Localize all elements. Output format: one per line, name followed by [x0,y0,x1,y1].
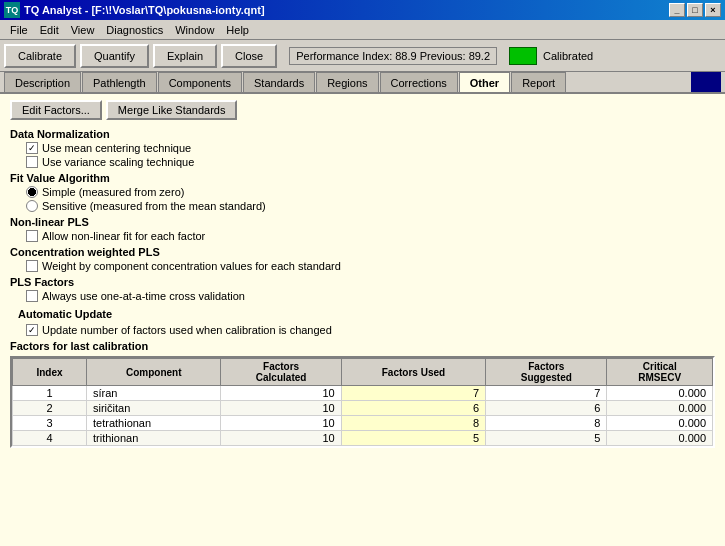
cell-component: siričitan [87,401,221,416]
tab-other[interactable]: Other [459,72,510,92]
col-header-rmsecv: CriticalRMSECV [607,359,713,386]
calibrate-button[interactable]: Calibrate [4,44,76,68]
edit-factors-button[interactable]: Edit Factors... [10,100,102,120]
menu-item-diagnostics[interactable]: Diagnostics [100,22,169,38]
tab-regions[interactable]: Regions [316,72,378,92]
table-row[interactable]: 2 siričitan 10 6 6 0.000 [13,401,713,416]
cell-suggested: 7 [486,386,607,401]
quantify-button[interactable]: Quantify [80,44,149,68]
menu-item-window[interactable]: Window [169,22,220,38]
cell-component: trithionan [87,431,221,446]
cell-suggested: 5 [486,431,607,446]
simple-label: Simple (measured from zero) [42,186,184,198]
one-at-a-time-row[interactable]: Always use one-at-a-time cross validatio… [26,290,715,302]
use-variance-scaling-row[interactable]: Use variance scaling technique [26,156,715,168]
tab-report[interactable]: Report [511,72,566,92]
title-bar: TQ TQ Analyst - [F:\!Voslar\TQ\pokusna-i… [0,0,725,20]
factors-last-calibration-label: Factors for last calibration [10,340,715,352]
cell-suggested: 6 [486,401,607,416]
top-buttons: Edit Factors... Merge Like Standards [10,100,715,120]
col-header-index: Index [13,359,87,386]
weight-concentration-label: Weight by component concentration values… [42,260,341,272]
automatic-update-title: Automatic Update [18,308,112,320]
tab-last [691,72,721,92]
weight-concentration-checkbox[interactable] [26,260,38,272]
update-factors-row[interactable]: Update number of factors used when calib… [26,324,715,336]
fit-value-algorithm-title: Fit Value Algorithm [10,172,715,184]
close-button-toolbar[interactable]: Close [221,44,277,68]
close-button[interactable]: × [705,3,721,17]
use-mean-centering-label: Use mean centering technique [42,142,191,154]
explain-button[interactable]: Explain [153,44,217,68]
cell-used[interactable]: 6 [341,401,485,416]
factors-table: Index Component FactorsCalculated Factor… [12,358,713,446]
cell-index: 3 [13,416,87,431]
sensitive-radio[interactable] [26,200,38,212]
tab-components[interactable]: Components [158,72,242,92]
data-normalization-title: Data Normalization [10,128,715,140]
one-at-a-time-checkbox[interactable] [26,290,38,302]
use-mean-centering-checkbox[interactable] [26,142,38,154]
window-controls[interactable]: _ □ × [669,3,721,17]
table-row[interactable]: 3 tetrathionan 10 8 8 0.000 [13,416,713,431]
cell-index: 1 [13,386,87,401]
minimize-button[interactable]: _ [669,3,685,17]
table-row[interactable]: 1 síran 10 7 7 0.000 [13,386,713,401]
menu-bar: FileEditViewDiagnosticsWindowHelp [0,20,725,40]
tab-corrections[interactable]: Corrections [380,72,458,92]
non-linear-fit-label: Allow non-linear fit for each factor [42,230,205,242]
weight-concentration-row[interactable]: Weight by component concentration values… [26,260,715,272]
non-linear-fit-row[interactable]: Allow non-linear fit for each factor [26,230,715,242]
pls-factors-title: PLS Factors [10,276,715,288]
update-factors-label: Update number of factors used when calib… [42,324,332,336]
col-header-calculated: FactorsCalculated [221,359,341,386]
cell-calculated: 10 [221,431,341,446]
simple-radio-row[interactable]: Simple (measured from zero) [26,186,715,198]
cell-rmsecv: 0.000 [607,401,713,416]
toolbar: Calibrate Quantify Explain Close Perform… [0,40,725,72]
tab-standards[interactable]: Standards [243,72,315,92]
cell-rmsecv: 0.000 [607,431,713,446]
cell-index: 2 [13,401,87,416]
table-wrapper[interactable]: Index Component FactorsCalculated Factor… [12,358,713,446]
tab-bar: DescriptionPathlengthComponentsStandards… [0,72,725,94]
non-linear-fit-checkbox[interactable] [26,230,38,242]
menu-item-view[interactable]: View [65,22,101,38]
non-linear-pls-title: Non-linear PLS [10,216,715,228]
cell-index: 4 [13,431,87,446]
col-header-component: Component [87,359,221,386]
factors-table-container: Index Component FactorsCalculated Factor… [10,356,715,448]
col-header-suggested: FactorsSuggested [486,359,607,386]
maximize-button[interactable]: □ [687,3,703,17]
tab-description[interactable]: Description [4,72,81,92]
use-variance-scaling-checkbox[interactable] [26,156,38,168]
table-row[interactable]: 4 trithionan 10 5 5 0.000 [13,431,713,446]
simple-radio[interactable] [26,186,38,198]
use-variance-scaling-label: Use variance scaling technique [42,156,194,168]
app-icon: TQ [4,2,20,18]
tab-pathlength[interactable]: Pathlength [82,72,157,92]
window-title: TQ Analyst - [F:\!Voslar\TQ\pokusna-iont… [24,4,669,16]
col-header-used: Factors Used [341,359,485,386]
menu-item-edit[interactable]: Edit [34,22,65,38]
calibrated-indicator: Calibrated [509,47,593,65]
cell-suggested: 8 [486,416,607,431]
cell-calculated: 10 [221,401,341,416]
cell-calculated: 10 [221,416,341,431]
concentration-weighted-title: Concentration weighted PLS [10,246,715,258]
merge-like-standards-button[interactable]: Merge Like Standards [106,100,238,120]
table-body: 1 síran 10 7 7 0.000 2 siričitan 10 6 6 … [13,386,713,446]
update-factors-checkbox[interactable] [26,324,38,336]
cell-rmsecv: 0.000 [607,416,713,431]
menu-item-file[interactable]: File [4,22,34,38]
cell-used[interactable]: 8 [341,416,485,431]
cell-component: tetrathionan [87,416,221,431]
use-mean-centering-row[interactable]: Use mean centering technique [26,142,715,154]
cell-used[interactable]: 7 [341,386,485,401]
cell-used[interactable]: 5 [341,431,485,446]
calibrated-label: Calibrated [543,50,593,62]
menu-item-help[interactable]: Help [220,22,255,38]
sensitive-radio-row[interactable]: Sensitive (measured from the mean standa… [26,200,715,212]
performance-index: Performance Index: 88.9 Previous: 89.2 [289,47,497,65]
sensitive-label: Sensitive (measured from the mean standa… [42,200,266,212]
